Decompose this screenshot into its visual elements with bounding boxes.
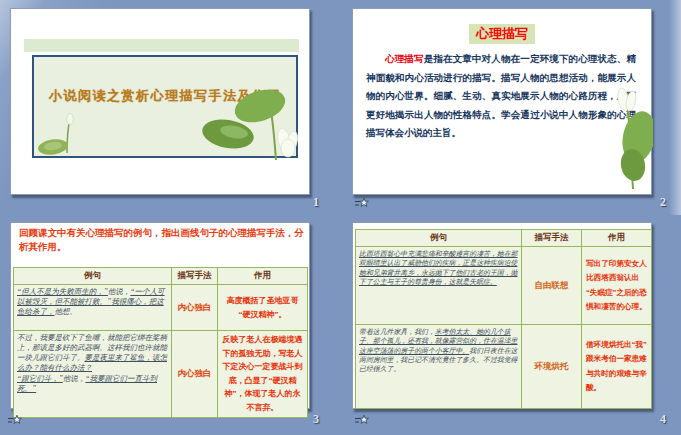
col-header-technique: 描写手法 [522,230,582,247]
body-text: 是指在文章中对人物在一定环境下的心理状态、精神面貌和内心活动进行的描写。描写人物… [366,54,636,138]
technique-cell: 自由联想 [522,247,582,325]
effect-cell: 反映了老人在极端境遇下的孤独无助，写老人下定决心一定要战斗到底，凸显了“硬汉精神… [218,331,308,418]
col-header-technique: 描写手法 [172,268,218,285]
table-header-row: 例句 描写手法 作用 [356,230,652,247]
slide-thumbnail-2[interactable]: 心理描写 心理描写是指在文章中对人物在一定环境下的心理状态、精神面貌和内心活动进… [352,8,652,195]
slide-thumbnail-1[interactable]: 小说阅读之赏析心理描写手法及作用 [10,8,310,195]
slide-number-1: 1 [313,195,319,210]
table-header-row: 例句 描写手法 作用 [14,268,308,285]
lotus-decoration-icon [37,113,89,155]
slide-thumbnail-4[interactable]: 例句 描写手法 作用 比西塔西翁心中充满悲痛和辛酸难言的凄苦，她在那双眼睛里认出… [352,222,652,409]
example-cell: 比西塔西翁心中充满悲痛和辛酸难言的凄苦，她在那双眼睛里认出了威胁他们的疾病，正是… [356,247,522,325]
table-row: 不过，我要是砍下了鱼嘴，就能把它绑在桨柄上，那该是多好的武器啊。这样我们也许就能… [14,331,308,418]
col-header-effect: 作用 [218,268,308,285]
slide-number-4: 4 [660,412,666,427]
technique-cell: 内心独白 [172,285,218,331]
slide-thumbnail-3[interactable]: 回顾课文中有关心理描写的例句，指出画线句子的心理描写手法，分析其作用。 例句 描… [10,222,310,409]
title-box: 小说阅读之赏析心理描写手法及作用 [32,55,298,158]
technique-cell: 环境烘托 [522,325,582,409]
example-cell: 带着这几件家具，我们，米考伯太太、她的几个孩子、那个孤儿，还有我，就像露营似的，… [356,325,522,409]
table-row: 带着这几件家具，我们，米考伯太太、她的几个孩子、那个孤儿，还有我，就像露营似的，… [356,325,652,409]
col-header-example: 例句 [356,230,522,247]
slide-number-3: 3 [313,412,319,427]
animation-star-icon[interactable] [354,414,369,427]
table-row: “但人不是为失败而生的，”他说，“一个人可以被毁灭，但不能被打败。”我很痛心，把… [14,285,308,331]
analysis-table: 例句 描写手法 作用 “但人不是为失败而生的，”他说，“一个人可以被毁灭，但不能… [13,267,308,418]
task-instruction: 回顾课文中有关心理描写的例句，指出画线句子的心理描写手法，分析其作用。 [19,226,305,254]
col-header-example: 例句 [14,268,172,285]
technique-cell: 内心独白 [172,331,218,418]
effect-cell: 写出了印第安女人比西塔西翁认出“失眠症”之后的恐惧和凄苦的心理。 [582,247,652,325]
slide-body-text: 心理描写是指在文章中对人物在一定环境下的心理状态、精神面貌和内心活动进行的描写。… [366,50,636,143]
lead-term: 心理描写 [385,54,424,64]
animation-star-icon[interactable] [7,414,22,427]
example-cell: 不过，我要是砍下了鱼嘴，就能把它绑在桨柄上，那该是多好的武器啊。这样我们也许就能… [14,331,172,418]
effect-cell: 借环境烘托出“我”跟米考伯一家患难与共时的艰难与辛酸。 [582,325,652,409]
animation-star-icon[interactable] [354,197,369,210]
slide-number-2: 2 [660,195,666,210]
slide-sorter-canvas: 小说阅读之赏析心理描写手法及作用 心理描写 心理描写 [0,0,681,435]
effect-cell: 高度概括了圣地亚哥“硬汉精神”。 [218,285,308,331]
analysis-table: 例句 描写手法 作用 比西塔西翁心中充满悲痛和辛酸难言的凄苦，她在那双眼睛里认出… [355,229,652,409]
slide-title: 心理描写 [469,24,535,44]
presentation-title: 小说阅读之赏析心理描写手法及作用 [34,87,296,105]
table-row: 比西塔西翁心中充满悲痛和辛酸难言的凄苦，她在那双眼睛里认出了威胁他们的疾病，正是… [356,247,652,325]
col-header-effect: 作用 [582,230,652,247]
title-banner-strip [24,39,299,52]
example-cell: “但人不是为失败而生的，”他说，“一个人可以被毁灭，但不能被打败。”我很痛心，把… [14,285,172,331]
